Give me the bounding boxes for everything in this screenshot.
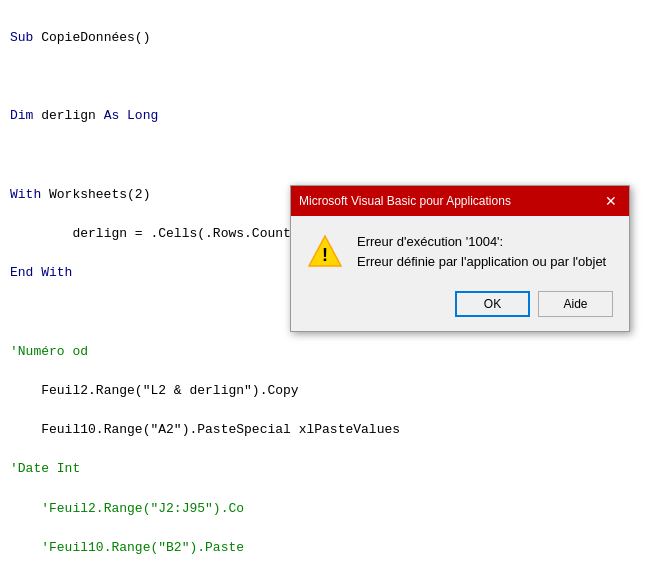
dialog-overlay: Microsoft Visual Basic pour Applications… [0,0,664,568]
ok-button[interactable]: OK [455,291,530,317]
dialog-close-button[interactable]: ✕ [601,191,621,211]
error-dialog: Microsoft Visual Basic pour Applications… [290,185,630,332]
dialog-titlebar: Microsoft Visual Basic pour Applications… [291,186,629,216]
aide-button[interactable]: Aide [538,291,613,317]
dialog-buttons: OK Aide [291,283,629,331]
error-line2: Erreur définie par l'application ou par … [357,252,606,272]
dialog-title: Microsoft Visual Basic pour Applications [299,194,601,208]
dialog-body: ! Erreur d'exécution '1004': Erreur défi… [291,216,629,283]
warning-icon: ! [307,234,343,270]
error-line1: Erreur d'exécution '1004': [357,232,606,252]
dialog-message: Erreur d'exécution '1004': Erreur défini… [357,232,606,271]
svg-text:!: ! [322,245,328,265]
